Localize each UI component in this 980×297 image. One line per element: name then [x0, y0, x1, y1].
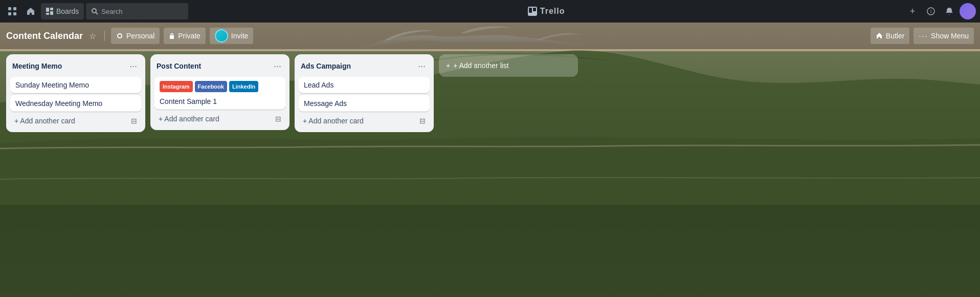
- visibility-button[interactable]: Personal: [111, 28, 160, 44]
- list-header-ads-campaign: Ads Campaign ···: [299, 58, 430, 75]
- card-message-ads[interactable]: Message Ads: [299, 95, 430, 112]
- add-card-button-ads-campaign[interactable]: + Add another card ⊟: [299, 114, 430, 128]
- svg-rect-3: [8, 7, 11, 10]
- add-list-label: + Add another list: [453, 61, 509, 70]
- list-header-meeting-memo: Meeting Memo ···: [10, 58, 141, 75]
- svg-rect-18: [170, 35, 174, 39]
- label-facebook: Facebook: [195, 81, 227, 92]
- board-title: Content Calendar: [6, 31, 83, 41]
- card-title-wednesday-memo: Wednesday Meeting Memo: [15, 99, 102, 108]
- divider: [104, 31, 105, 41]
- card-template-icon-post-content: ⊟: [275, 115, 281, 123]
- visibility-label: Personal: [126, 32, 154, 40]
- privacy-label: Private: [178, 32, 201, 40]
- notification-button[interactable]: [941, 3, 957, 19]
- list-post-content: Post Content ··· Instagram Facebook Link…: [150, 54, 289, 130]
- card-labels-content-sample: Instagram Facebook LinkedIn: [160, 81, 258, 92]
- add-list-icon: +: [446, 61, 450, 70]
- list-meeting-memo: Meeting Memo ··· Sunday Meeting Memo Wed…: [6, 54, 145, 132]
- home-icon-btn[interactable]: [23, 3, 39, 19]
- boards-label: Boards: [56, 7, 79, 15]
- add-card-button-meeting-memo[interactable]: + Add another card ⊟: [10, 114, 141, 128]
- card-title-lead-ads: Lead Ads: [304, 81, 333, 89]
- svg-rect-15: [533, 8, 536, 11]
- svg-text:i: i: [930, 9, 931, 14]
- list-title-post-content: Post Content: [157, 62, 270, 70]
- card-title-message-ads: Message Ads: [304, 99, 347, 108]
- svg-rect-9: [50, 11, 53, 15]
- add-card-label-meeting-memo: + Add another card: [14, 117, 75, 125]
- list-menu-button-ads-campaign[interactable]: ···: [416, 60, 428, 72]
- info-button[interactable]: i: [923, 3, 939, 19]
- card-content-sample[interactable]: Instagram Facebook LinkedIn Content Samp…: [154, 77, 285, 110]
- svg-rect-14: [529, 8, 532, 13]
- label-instagram: Instagram: [160, 81, 193, 92]
- svg-rect-10: [46, 13, 49, 15]
- svg-rect-4: [13, 7, 16, 10]
- card-wednesday-memo[interactable]: Wednesday Meeting Memo: [10, 95, 141, 112]
- svg-line-12: [96, 12, 98, 14]
- svg-rect-6: [13, 12, 16, 15]
- butler-button[interactable]: Butler: [871, 28, 910, 44]
- menu-dots: ···: [919, 32, 928, 40]
- add-card-label-ads-campaign: + Add another card: [303, 117, 364, 125]
- card-lead-ads[interactable]: Lead Ads: [299, 77, 430, 93]
- board-header: Content Calendar ☆ Personal Private Invi…: [0, 23, 980, 49]
- add-card-button-post-content[interactable]: + Add another card ⊟: [154, 112, 285, 126]
- list-header-post-content: Post Content ···: [154, 58, 285, 75]
- search-placeholder: Search: [101, 8, 122, 15]
- svg-point-11: [92, 9, 96, 13]
- card-sunday-memo[interactable]: Sunday Meeting Memo: [10, 77, 141, 93]
- trello-wordmark: Trello: [540, 7, 565, 16]
- top-navigation: Boards Search Trello + i: [0, 0, 980, 23]
- card-title-content-sample: Content Sample 1: [160, 97, 217, 105]
- invite-avatar: [215, 29, 228, 43]
- add-list-button[interactable]: + + Add another list: [439, 54, 578, 77]
- svg-rect-8: [50, 8, 53, 10]
- list-title-meeting-memo: Meeting Memo: [12, 62, 125, 70]
- list-ads-campaign: Ads Campaign ··· Lead Ads Message Ads + …: [295, 54, 434, 132]
- board-header-right: Butler ··· Show Menu: [871, 28, 974, 44]
- list-menu-button-meeting-memo[interactable]: ···: [127, 60, 139, 72]
- user-avatar[interactable]: [960, 3, 976, 19]
- card-title-sunday-memo: Sunday Meeting Memo: [15, 81, 89, 89]
- show-menu-button[interactable]: ··· Show Menu: [914, 28, 974, 44]
- show-menu-label: Show Menu: [931, 32, 969, 40]
- apps-icon[interactable]: [4, 3, 20, 19]
- search-bar[interactable]: Search: [86, 3, 188, 19]
- boards-button[interactable]: Boards: [41, 3, 84, 19]
- card-template-icon-ads-campaign: ⊟: [419, 117, 426, 125]
- svg-rect-5: [8, 12, 11, 15]
- add-button[interactable]: +: [904, 3, 921, 19]
- butler-label: Butler: [886, 32, 905, 40]
- star-board-button[interactable]: ☆: [87, 29, 98, 43]
- add-card-label-post-content: + Add another card: [159, 115, 219, 123]
- nav-right-section: + i: [904, 3, 976, 19]
- privacy-button[interactable]: Private: [164, 28, 206, 44]
- invite-button[interactable]: Invite: [210, 28, 253, 44]
- list-title-ads-campaign: Ads Campaign: [301, 62, 414, 70]
- trello-logo: Trello: [190, 7, 902, 16]
- list-menu-button-post-content[interactable]: ···: [272, 60, 283, 72]
- invite-label: Invite: [231, 32, 248, 40]
- card-template-icon-meeting-memo: ⊟: [131, 117, 137, 125]
- svg-rect-7: [46, 8, 49, 12]
- label-linkedin: LinkedIn: [229, 81, 258, 92]
- board-content: Meeting Memo ··· Sunday Meeting Memo Wed…: [0, 49, 980, 297]
